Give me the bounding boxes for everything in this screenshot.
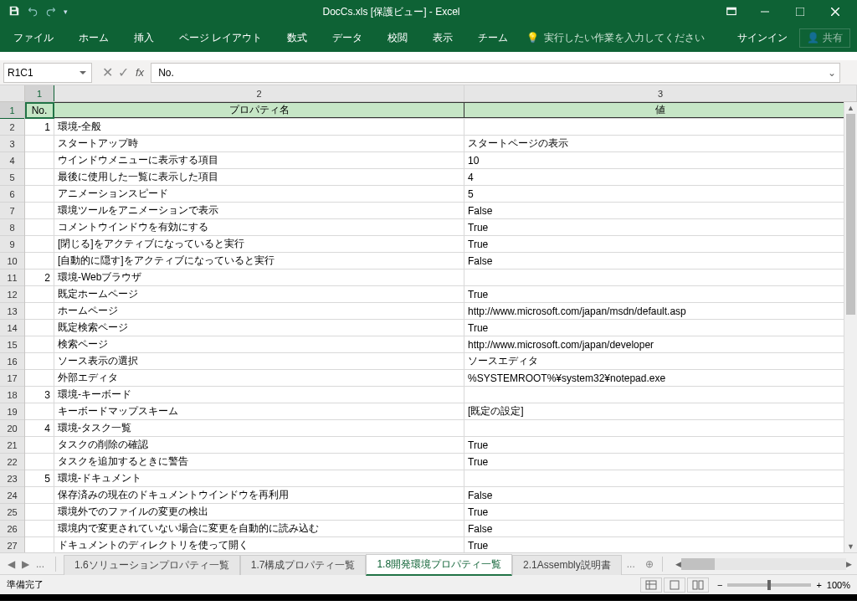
formula-bar[interactable]: No. ⌄ <box>151 63 840 83</box>
cell-value[interactable] <box>464 470 857 486</box>
cell-name[interactable]: キーボードマップスキーム <box>54 403 464 419</box>
row-header[interactable]: 18 <box>0 387 24 403</box>
header-cell-no[interactable]: No. <box>25 102 54 118</box>
row-header[interactable]: 17 <box>0 370 24 387</box>
zoom-slider[interactable] <box>727 583 811 587</box>
cell-name[interactable]: 環境ツールをアニメーションで表示 <box>54 203 464 218</box>
cell-name[interactable]: コメントウインドウを有効にする <box>54 219 464 235</box>
cell-value[interactable]: 5 <box>464 186 857 202</box>
tab-nav-first-icon[interactable]: ◀ <box>5 558 18 570</box>
cell-value[interactable]: True <box>464 537 857 552</box>
cell-value[interactable]: %SYSTEMROOT%¥system32¥notepad.exe <box>464 370 857 386</box>
cell-name[interactable]: 環境外でのファイルの変更の検出 <box>54 504 464 520</box>
normal-view-icon[interactable] <box>640 578 662 593</box>
cell-no[interactable] <box>25 370 54 386</box>
zoom-in-button[interactable]: + <box>816 580 821 590</box>
cell-value[interactable]: True <box>464 320 857 336</box>
undo-icon[interactable] <box>27 5 38 19</box>
row-header[interactable]: 10 <box>0 253 24 270</box>
column-header[interactable]: 3 <box>464 85 857 101</box>
cell-no[interactable]: 5 <box>25 470 54 486</box>
row-header[interactable]: 24 <box>0 487 24 504</box>
cell-name[interactable]: 既定ホームページ <box>54 286 464 302</box>
cell-name[interactable]: ドキュメントのディレクトリを使って開く <box>54 537 464 552</box>
cell-value[interactable]: スタートページの表示 <box>464 136 857 151</box>
cell-no[interactable]: 4 <box>25 420 54 436</box>
cell-value[interactable]: 10 <box>464 152 857 168</box>
cell-name[interactable]: タスクの削除の確認 <box>54 437 464 453</box>
cell-name[interactable]: 最後に使用した一覧に表示した項目 <box>54 169 464 185</box>
zoom-out-button[interactable]: − <box>717 580 722 590</box>
scroll-right-icon[interactable]: ▶ <box>846 560 852 568</box>
sheet-tab[interactable]: 2.1Assembly説明書 <box>512 555 622 575</box>
cell-no[interactable] <box>25 303 54 319</box>
cell-no[interactable] <box>25 186 54 202</box>
page-break-view-icon[interactable] <box>687 578 709 593</box>
cell-no[interactable] <box>25 487 54 503</box>
cell-name[interactable]: [自動的に隠す]をアクティブになっていると実行 <box>54 253 464 269</box>
row-header[interactable]: 13 <box>0 303 24 320</box>
cell-value[interactable]: False <box>464 203 857 218</box>
cell-no[interactable] <box>25 537 54 552</box>
row-header[interactable]: 15 <box>0 336 24 353</box>
row-header[interactable]: 27 <box>0 537 24 552</box>
row-header[interactable]: 3 <box>0 136 24 152</box>
name-box[interactable]: R1C1 <box>3 63 92 83</box>
cell-value[interactable]: True <box>464 219 857 235</box>
sign-in-link[interactable]: サインイン <box>737 31 788 45</box>
cell-name[interactable]: 環境-ドキュメント <box>54 470 464 486</box>
cell-no[interactable]: 1 <box>25 119 54 135</box>
cell-name[interactable]: 環境-全般 <box>54 119 464 135</box>
data-area[interactable]: No. プロパティ名 値 1環境-全般スタートアップ時スタートページの表示ウイン… <box>25 102 857 552</box>
cell-no[interactable] <box>25 253 54 269</box>
cell-value[interactable]: True <box>464 504 857 520</box>
cell-name[interactable]: 環境内で変更されていない場合に変更を自動的に読み込む <box>54 521 464 536</box>
hscroll-thumb[interactable] <box>681 558 715 570</box>
cell-name[interactable]: 保存済みの現在のドキュメントウインドウを再利用 <box>54 487 464 503</box>
row-header[interactable]: 23 <box>0 470 24 487</box>
row-header[interactable]: 16 <box>0 353 24 370</box>
cell-name[interactable]: 環境-Webブラウザ <box>54 270 464 285</box>
column-header[interactable]: 1 <box>25 85 54 101</box>
ribbon-display-options-icon[interactable] <box>715 6 748 18</box>
row-header[interactable]: 12 <box>0 286 24 303</box>
cell-name[interactable]: 外部エディタ <box>54 370 464 386</box>
row-header[interactable]: 1 <box>0 102 24 119</box>
cell-value[interactable]: False <box>464 521 857 536</box>
cell-name[interactable]: ウインドウメニューに表示する項目 <box>54 152 464 168</box>
share-button[interactable]: 👤 共有 <box>799 28 850 48</box>
cell-no[interactable] <box>25 286 54 302</box>
cell-name[interactable]: ソース表示の選択 <box>54 353 464 369</box>
row-header[interactable]: 26 <box>0 521 24 537</box>
header-cell-name[interactable]: プロパティ名 <box>54 102 464 118</box>
row-header[interactable]: 6 <box>0 186 24 203</box>
vertical-scrollbar[interactable]: ▲ ▼ <box>844 102 857 552</box>
close-button[interactable] <box>819 0 852 23</box>
cell-value[interactable]: http://www.microsoft.com/japan/msdn/defa… <box>464 303 857 319</box>
sheet-tab-active[interactable]: 1.8開発環境プロパティ一覧 <box>366 554 512 576</box>
cell-no[interactable] <box>25 136 54 151</box>
column-header[interactable]: 2 <box>54 85 464 101</box>
row-header[interactable]: 8 <box>0 219 24 236</box>
header-cell-value[interactable]: 値 <box>464 102 857 118</box>
cell-name[interactable]: スタートアップ時 <box>54 136 464 151</box>
sheet-tab[interactable]: 1.7構成プロパティ一覧 <box>240 555 367 575</box>
row-header[interactable]: 25 <box>0 504 24 521</box>
cell-no[interactable] <box>25 169 54 185</box>
sheet-tab[interactable]: 1.6ソリューションプロパティ一覧 <box>64 555 240 575</box>
maximize-button[interactable] <box>783 0 817 23</box>
scroll-down-icon[interactable]: ▼ <box>844 541 857 552</box>
cell-value[interactable]: http://www.microsoft.com/japan/developer <box>464 336 857 352</box>
cell-no[interactable] <box>25 236 54 252</box>
row-header[interactable]: 9 <box>0 236 24 253</box>
cell-name[interactable]: 環境-タスク一覧 <box>54 420 464 436</box>
spreadsheet-grid[interactable]: 1234567891011121314151617181920212223242… <box>0 85 857 552</box>
cell-value[interactable]: False <box>464 253 857 269</box>
cell-no[interactable] <box>25 219 54 235</box>
row-header[interactable]: 5 <box>0 169 24 186</box>
row-header[interactable]: 20 <box>0 420 24 437</box>
cell-value[interactable]: True <box>464 454 857 470</box>
cell-no[interactable] <box>25 437 54 453</box>
cell-no[interactable]: 2 <box>25 270 54 285</box>
tab-data[interactable]: データ <box>326 26 369 50</box>
